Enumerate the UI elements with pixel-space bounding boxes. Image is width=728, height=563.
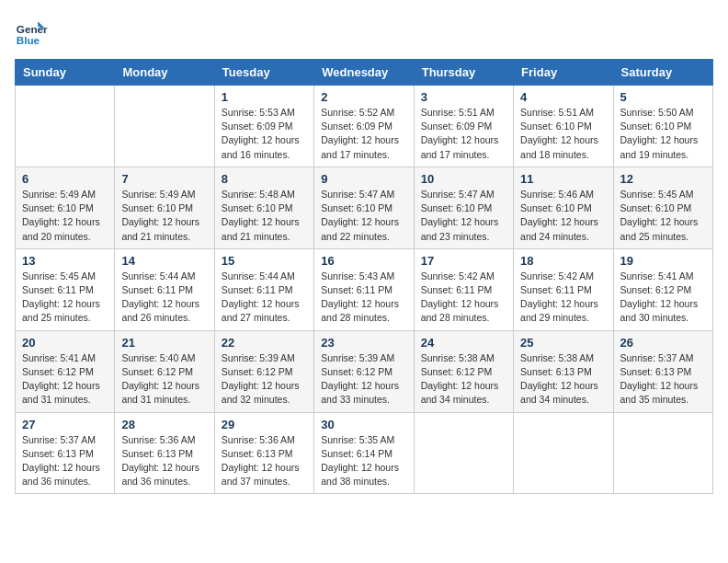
logo-icon: General Blue [15,15,48,48]
day-detail: Sunrise: 5:46 AM Sunset: 6:10 PM Dayligh… [520,188,606,244]
day-detail: Sunrise: 5:42 AM Sunset: 6:11 PM Dayligh… [520,270,606,326]
day-number: 10 [421,172,506,186]
day-number: 18 [520,254,606,268]
weekday-header: Sunday [16,60,115,86]
day-number: 13 [22,254,108,268]
day-detail: Sunrise: 5:38 AM Sunset: 6:12 PM Dayligh… [421,351,506,408]
calendar-cell: 14Sunrise: 5:44 AM Sunset: 6:11 PM Dayli… [115,248,214,330]
day-detail: Sunrise: 5:37 AM Sunset: 6:13 PM Dayligh… [22,433,108,489]
calendar-cell: 20Sunrise: 5:41 AM Sunset: 6:12 PM Dayli… [16,330,115,412]
calendar-cell: 24Sunrise: 5:38 AM Sunset: 6:12 PM Dayli… [414,330,513,412]
page-header: General Blue [15,15,713,48]
day-detail: Sunrise: 5:42 AM Sunset: 6:11 PM Dayligh… [421,270,506,326]
day-detail: Sunrise: 5:50 AM Sunset: 6:10 PM Dayligh… [620,106,706,162]
day-number: 8 [222,172,307,186]
calendar-cell: 21Sunrise: 5:40 AM Sunset: 6:12 PM Dayli… [115,330,214,412]
calendar-cell [414,412,513,494]
calendar-week-row: 1Sunrise: 5:53 AM Sunset: 6:09 PM Daylig… [16,86,713,167]
day-number: 7 [121,172,207,186]
day-detail: Sunrise: 5:45 AM Sunset: 6:10 PM Dayligh… [620,188,706,244]
calendar-table: SundayMondayTuesdayWednesdayThursdayFrid… [15,59,713,494]
calendar-cell: 27Sunrise: 5:37 AM Sunset: 6:13 PM Dayli… [16,412,115,494]
calendar-cell: 13Sunrise: 5:45 AM Sunset: 6:11 PM Dayli… [16,248,115,330]
calendar-cell: 15Sunrise: 5:44 AM Sunset: 6:11 PM Dayli… [214,248,313,330]
day-detail: Sunrise: 5:51 AM Sunset: 6:09 PM Dayligh… [421,106,506,162]
calendar-cell: 25Sunrise: 5:38 AM Sunset: 6:13 PM Dayli… [514,330,613,412]
calendar-header: SundayMondayTuesdayWednesdayThursdayFrid… [16,60,713,86]
day-number: 27 [22,418,108,431]
calendar-cell: 23Sunrise: 5:39 AM Sunset: 6:12 PM Dayli… [314,330,414,412]
day-detail: Sunrise: 5:36 AM Sunset: 6:13 PM Dayligh… [121,433,207,489]
calendar-body: 1Sunrise: 5:53 AM Sunset: 6:09 PM Daylig… [16,86,713,494]
day-number: 5 [620,90,706,104]
day-detail: Sunrise: 5:38 AM Sunset: 6:13 PM Dayligh… [520,351,606,408]
day-detail: Sunrise: 5:49 AM Sunset: 6:10 PM Dayligh… [22,188,108,244]
calendar-cell: 4Sunrise: 5:51 AM Sunset: 6:10 PM Daylig… [514,86,613,167]
calendar-cell: 30Sunrise: 5:35 AM Sunset: 6:14 PM Dayli… [314,412,414,494]
calendar-cell: 19Sunrise: 5:41 AM Sunset: 6:12 PM Dayli… [613,248,712,330]
day-detail: Sunrise: 5:47 AM Sunset: 6:10 PM Dayligh… [421,188,506,244]
weekday-header: Friday [514,60,613,86]
day-detail: Sunrise: 5:35 AM Sunset: 6:14 PM Dayligh… [321,433,406,489]
calendar-cell: 16Sunrise: 5:43 AM Sunset: 6:11 PM Dayli… [314,248,414,330]
day-number: 23 [321,336,406,350]
weekday-header-row: SundayMondayTuesdayWednesdayThursdayFrid… [16,60,713,86]
day-number: 21 [121,336,207,350]
day-detail: Sunrise: 5:41 AM Sunset: 6:12 PM Dayligh… [22,351,108,408]
day-number: 28 [121,418,207,431]
calendar-cell: 11Sunrise: 5:46 AM Sunset: 6:10 PM Dayli… [514,167,613,248]
calendar-cell [16,86,115,167]
day-detail: Sunrise: 5:44 AM Sunset: 6:11 PM Dayligh… [222,270,307,326]
day-number: 30 [321,418,406,431]
calendar-week-row: 20Sunrise: 5:41 AM Sunset: 6:12 PM Dayli… [16,330,713,412]
day-detail: Sunrise: 5:48 AM Sunset: 6:10 PM Dayligh… [222,188,307,244]
day-number: 26 [620,336,706,350]
weekday-header: Monday [115,60,214,86]
day-detail: Sunrise: 5:40 AM Sunset: 6:12 PM Dayligh… [121,351,207,408]
calendar-cell: 29Sunrise: 5:36 AM Sunset: 6:13 PM Dayli… [214,412,313,494]
day-number: 11 [520,172,606,186]
weekday-header: Saturday [613,60,712,86]
calendar-week-row: 13Sunrise: 5:45 AM Sunset: 6:11 PM Dayli… [16,248,713,330]
calendar-cell [514,412,613,494]
day-detail: Sunrise: 5:43 AM Sunset: 6:11 PM Dayligh… [321,270,406,326]
day-number: 20 [22,336,108,350]
day-number: 14 [121,254,207,268]
calendar-cell: 8Sunrise: 5:48 AM Sunset: 6:10 PM Daylig… [214,167,313,248]
day-number: 25 [520,336,606,350]
calendar-cell: 5Sunrise: 5:50 AM Sunset: 6:10 PM Daylig… [613,86,712,167]
calendar-cell: 7Sunrise: 5:49 AM Sunset: 6:10 PM Daylig… [115,167,214,248]
day-detail: Sunrise: 5:41 AM Sunset: 6:12 PM Dayligh… [620,270,706,326]
day-number: 17 [421,254,506,268]
calendar-cell: 9Sunrise: 5:47 AM Sunset: 6:10 PM Daylig… [314,167,414,248]
calendar-cell: 3Sunrise: 5:51 AM Sunset: 6:09 PM Daylig… [414,86,513,167]
day-number: 29 [222,418,307,431]
day-number: 9 [321,172,406,186]
day-detail: Sunrise: 5:45 AM Sunset: 6:11 PM Dayligh… [22,270,108,326]
calendar-week-row: 6Sunrise: 5:49 AM Sunset: 6:10 PM Daylig… [16,167,713,248]
day-number: 16 [321,254,406,268]
day-detail: Sunrise: 5:37 AM Sunset: 6:13 PM Dayligh… [620,351,706,408]
calendar-cell: 10Sunrise: 5:47 AM Sunset: 6:10 PM Dayli… [414,167,513,248]
day-number: 19 [620,254,706,268]
day-number: 1 [222,90,307,104]
day-detail: Sunrise: 5:39 AM Sunset: 6:12 PM Dayligh… [222,351,307,408]
day-number: 12 [620,172,706,186]
calendar-cell: 12Sunrise: 5:45 AM Sunset: 6:10 PM Dayli… [613,167,712,248]
calendar-cell: 22Sunrise: 5:39 AM Sunset: 6:12 PM Dayli… [214,330,313,412]
weekday-header: Tuesday [214,60,313,86]
calendar-cell: 26Sunrise: 5:37 AM Sunset: 6:13 PM Dayli… [613,330,712,412]
day-number: 3 [421,90,506,104]
svg-text:Blue: Blue [17,34,40,46]
day-number: 24 [421,336,506,350]
day-number: 4 [520,90,606,104]
weekday-header: Thursday [414,60,513,86]
calendar-cell: 1Sunrise: 5:53 AM Sunset: 6:09 PM Daylig… [214,86,313,167]
day-number: 22 [222,336,307,350]
day-number: 6 [22,172,108,186]
calendar-cell: 6Sunrise: 5:49 AM Sunset: 6:10 PM Daylig… [16,167,115,248]
day-number: 2 [321,90,406,104]
calendar-cell: 2Sunrise: 5:52 AM Sunset: 6:09 PM Daylig… [314,86,414,167]
day-detail: Sunrise: 5:47 AM Sunset: 6:10 PM Dayligh… [321,188,406,244]
day-detail: Sunrise: 5:36 AM Sunset: 6:13 PM Dayligh… [222,433,307,489]
